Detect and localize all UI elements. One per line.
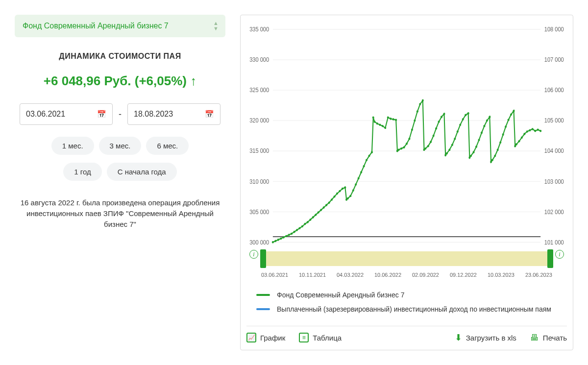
svg-point-34 [296,229,298,231]
svg-point-119 [505,125,507,128]
svg-point-116 [497,148,499,151]
svg-point-91 [438,121,440,123]
svg-point-103 [467,112,469,115]
svg-point-50 [339,190,341,193]
svg-point-125 [518,140,520,143]
svg-point-128 [526,130,528,133]
range-navigator[interactable] [261,251,552,266]
date-to-input[interactable]: 18.08.2023 📅 [127,103,220,125]
svg-point-35 [298,227,300,230]
view-chart-label: График [260,334,285,342]
svg-point-107 [475,146,477,148]
svg-point-25 [272,241,274,243]
svg-point-93 [443,113,445,115]
info-icon[interactable]: i [555,250,564,259]
svg-point-115 [494,155,496,157]
range-handle-left[interactable] [260,249,266,268]
svg-point-28 [280,238,282,240]
download-label: Загрузить в xls [466,334,516,342]
svg-point-66 [376,122,378,125]
legend-item-2: Выплаченный (зарезервированный) инвестиц… [256,305,557,314]
download-icon: ⬇ [455,332,462,343]
svg-point-96 [448,148,450,151]
svg-text:305 000: 305 000 [249,208,269,215]
svg-point-29 [283,236,285,239]
svg-point-86 [424,147,426,150]
svg-point-92 [441,116,442,118]
chart-actions: 📈 График ≡ Таблица ⬇ Загрузить в xls 🖶 П… [246,326,567,343]
svg-point-100 [459,123,461,126]
fund-selector[interactable]: Фонд Современный Арендный бизнес 7 ▲▼ [15,15,225,37]
info-icon[interactable]: i [249,250,258,259]
date-from-input[interactable]: 03.06.2021 📅 [20,103,113,125]
period-3m-button[interactable]: 3 мес. [99,137,142,155]
svg-text:330 000: 330 000 [249,56,269,63]
date-range-separator: - [119,109,122,120]
legend: Фонд Современный Арендный бизнес 7 Выпла… [256,291,557,319]
period-1m-button[interactable]: 1 мес. [51,137,94,155]
svg-point-30 [285,235,287,238]
period-ytd-button[interactable]: С начала года [107,163,177,181]
svg-point-76 [400,147,402,150]
svg-point-126 [521,137,523,139]
svg-point-112 [489,116,490,118]
svg-point-47 [331,198,333,201]
svg-point-122 [513,110,514,112]
svg-point-102 [465,114,466,117]
print-button[interactable]: 🖶 Печать [530,333,567,343]
svg-point-84 [422,99,424,102]
svg-point-71 [390,118,392,120]
print-label: Печать [543,334,567,342]
x-tick: 02.09.2022 [412,272,439,278]
svg-point-52 [344,186,346,189]
chart-area: 300 000101 000305 000102 000310 000103 0… [246,24,567,247]
legend-swatch-blue [256,308,270,310]
x-tick: 09.12.2022 [450,272,477,278]
svg-point-37 [304,223,306,225]
svg-point-105 [470,155,472,157]
svg-text:103 000: 103 000 [544,178,564,185]
line-chart[interactable]: 300 000101 000305 000102 000310 000103 0… [246,24,567,247]
svg-text:108 000: 108 000 [544,26,564,33]
svg-point-83 [419,103,421,105]
svg-text:102 000: 102 000 [544,208,564,215]
svg-point-64 [372,117,374,119]
svg-text:320 000: 320 000 [249,117,269,124]
view-chart-button[interactable]: 📈 График [246,333,285,342]
svg-point-65 [373,121,375,123]
x-tick: 10.11.2021 [299,272,326,278]
range-handle-right[interactable] [547,249,553,268]
svg-text:335 000: 335 000 [249,26,269,33]
view-table-button[interactable]: ≡ Таблица [299,333,342,342]
svg-point-111 [486,120,488,122]
nav-strip-container: i i [246,247,567,268]
svg-point-94 [444,154,446,157]
svg-point-88 [430,141,432,143]
svg-point-39 [309,219,311,221]
svg-point-32 [291,233,293,235]
svg-point-58 [358,177,360,180]
svg-text:315 000: 315 000 [249,147,269,154]
period-6m-button[interactable]: 6 мес. [146,137,189,155]
svg-point-54 [347,197,349,200]
svg-point-36 [301,225,303,228]
x-tick: 23.06.2023 [525,272,552,278]
svg-text:104 000: 104 000 [544,147,564,154]
legend-label-1: Фонд Современный Арендный бизнес 7 [277,291,405,300]
svg-point-73 [395,119,397,122]
svg-point-80 [411,128,413,131]
svg-text:105 000: 105 000 [544,117,564,124]
svg-point-104 [468,157,470,159]
x-axis-tick-row: 03.06.202110.11.202104.03.202210.06.2022… [261,272,552,278]
x-tick: 04.03.2022 [337,272,364,278]
svg-point-75 [398,148,400,151]
svg-point-44 [323,206,325,209]
svg-point-67 [379,123,381,126]
download-xls-button[interactable]: ⬇ Загрузить в xls [455,332,516,343]
svg-point-46 [328,201,330,204]
svg-text:300 000: 300 000 [249,239,269,245]
period-1y-button[interactable]: 1 год [63,163,101,181]
svg-point-51 [342,188,343,190]
legend-item-1: Фонд Современный Арендный бизнес 7 [256,291,557,300]
svg-point-33 [294,231,295,233]
